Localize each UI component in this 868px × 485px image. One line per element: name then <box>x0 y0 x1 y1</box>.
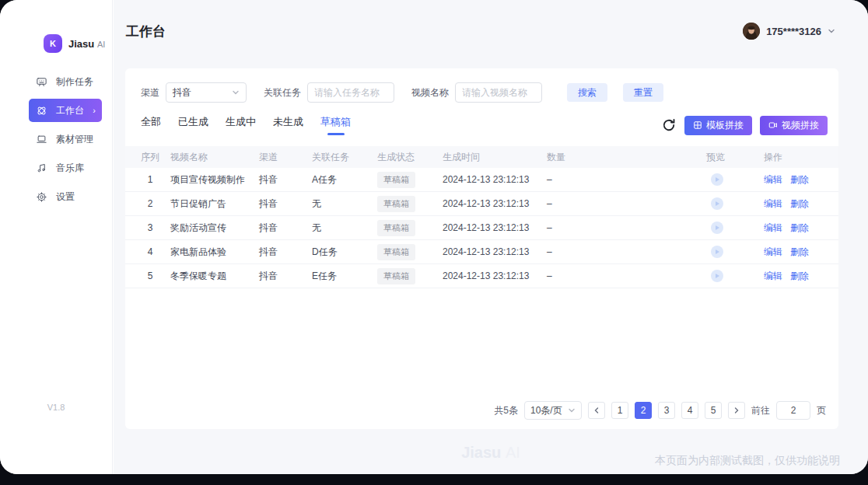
main-area: 工作台 175****3126 渠道 抖音 关联任务 视频名称 <box>114 0 868 474</box>
sidebar-item-label: 工作台 <box>56 104 84 117</box>
preview-play-button[interactable] <box>711 222 723 234</box>
delete-link[interactable]: 删除 <box>790 198 809 209</box>
page-button-5[interactable]: 5 <box>705 402 722 419</box>
sidebar-item-material-management[interactable]: 素材管理 <box>29 127 102 151</box>
tab-not-generated[interactable]: 未生成 <box>273 115 303 135</box>
cell-channel: 抖音 <box>259 197 309 211</box>
cell-task: E任务 <box>312 270 374 283</box>
table-row: 4 家电新品体验 抖音 D任务 草稿箱 2024-12-13 23:12:13 … <box>125 240 838 264</box>
edit-link[interactable]: 编辑 <box>764 174 782 185</box>
laptop-icon <box>36 134 47 145</box>
edit-link[interactable]: 编辑 <box>764 246 782 257</box>
tab-generating[interactable]: 生成中 <box>226 115 256 135</box>
chevron-down-icon <box>828 27 835 35</box>
cell-seq: 1 <box>133 174 167 185</box>
filter-bar: 渠道 抖音 关联任务 视频名称 搜索 重置 <box>125 68 838 103</box>
video-table: 序列 视频名称 渠道 关联任务 生成状态 生成时间 数量 预览 操作 1 项目宣… <box>125 146 838 288</box>
sidebar: K Jiasu AI 制作任务 工作台 › 素材管理 音乐库 <box>0 0 113 474</box>
page-button-2[interactable]: 2 <box>635 402 652 419</box>
cell-seq: 5 <box>133 270 167 281</box>
cell-task: 无 <box>312 197 374 211</box>
search-button[interactable]: 搜索 <box>567 83 607 102</box>
tab-drafts[interactable]: 草稿箱 <box>320 115 351 135</box>
video-name-label: 视频名称 <box>411 86 449 99</box>
cell-name: 家电新品体验 <box>170 246 256 259</box>
preview-play-button[interactable] <box>711 197 723 210</box>
template-grid-icon <box>693 120 702 130</box>
col-task: 关联任务 <box>312 151 374 164</box>
col-channel: 渠道 <box>259 151 309 164</box>
sidebar-item-label: 素材管理 <box>56 133 93 146</box>
page-button-1[interactable]: 1 <box>611 402 628 419</box>
watermark-light: AI <box>506 444 520 461</box>
edit-link[interactable]: 编辑 <box>764 222 782 233</box>
brand-name-light: AI <box>97 40 105 49</box>
sidebar-item-workbench[interactable]: 工作台 › <box>29 99 102 122</box>
cell-channel: 抖音 <box>259 173 309 187</box>
sidebar-menu: 制作任务 工作台 › 素材管理 音乐库 设置 <box>0 70 112 208</box>
brand-name-bold: Jiasu <box>68 38 94 50</box>
cell-count: – <box>547 174 703 185</box>
tab-generated[interactable]: 已生成 <box>178 115 208 135</box>
delete-link[interactable]: 删除 <box>790 270 809 281</box>
delete-link[interactable]: 删除 <box>790 174 809 185</box>
table-header-row: 序列 视频名称 渠道 关联任务 生成状态 生成时间 数量 预览 操作 <box>125 146 838 168</box>
edit-link[interactable]: 编辑 <box>764 198 782 209</box>
cell-time: 2024-12-13 23:12:13 <box>443 270 544 281</box>
template-splice-button[interactable]: 模板拼接 <box>684 116 752 135</box>
delete-link[interactable]: 删除 <box>790 222 809 233</box>
preview-play-button[interactable] <box>711 173 723 186</box>
table-row: 3 奖励活动宣传 抖音 无 草稿箱 2024-12-13 23:12:13 – … <box>125 216 838 240</box>
content-card: 渠道 抖音 关联任务 视频名称 搜索 重置 全部 已生成 生成中 未生成 草稿箱 <box>125 68 838 429</box>
sidebar-item-music-library[interactable]: 音乐库 <box>29 156 102 180</box>
video-name-input[interactable] <box>455 82 542 103</box>
edit-link[interactable]: 编辑 <box>764 270 782 281</box>
col-time: 生成时间 <box>443 151 544 164</box>
sidebar-item-production-tasks[interactable]: 制作任务 <box>29 70 102 93</box>
refresh-icon[interactable] <box>661 117 677 133</box>
next-page-button[interactable] <box>728 402 745 419</box>
table-row: 1 项目宣传视频制作 抖音 A任务 草稿箱 2024-12-13 23:12:1… <box>125 168 838 192</box>
sidebar-item-settings[interactable]: 设置 <box>29 185 102 208</box>
cell-seq: 4 <box>133 246 167 257</box>
page-size-select[interactable]: 10条/页 <box>524 401 582 420</box>
cell-task: A任务 <box>312 173 374 187</box>
col-count: 数量 <box>547 151 703 164</box>
channel-label: 渠道 <box>141 86 159 99</box>
page-button-3[interactable]: 3 <box>658 402 675 419</box>
preview-play-button[interactable] <box>711 246 723 258</box>
gear-icon <box>36 191 47 203</box>
prev-page-button[interactable] <box>588 402 605 419</box>
sidebar-item-label: 音乐库 <box>56 162 84 175</box>
page-button-4[interactable]: 4 <box>681 402 698 419</box>
brand-watermark: Jiasu AI <box>461 444 520 462</box>
cell-time: 2024-12-13 23:12:13 <box>443 174 544 185</box>
preview-play-button[interactable] <box>711 270 723 282</box>
goto-page-input[interactable] <box>776 401 810 420</box>
channel-select-value: 抖音 <box>173 86 191 99</box>
status-badge: 草稿箱 <box>377 172 415 188</box>
channel-select[interactable]: 抖音 <box>166 82 247 103</box>
template-splice-label: 模板拼接 <box>706 119 744 132</box>
reset-button[interactable]: 重置 <box>623 83 663 102</box>
chevron-down-icon <box>232 89 240 96</box>
user-menu[interactable]: 175****3126 <box>743 23 835 40</box>
footnote-text: 本页面为内部测试截图，仅供功能说明 <box>655 454 840 468</box>
cell-time: 2024-12-13 23:12:13 <box>443 246 544 257</box>
col-name: 视频名称 <box>170 151 256 164</box>
chevron-right-icon: › <box>93 106 96 115</box>
cell-task: 无 <box>312 222 374 235</box>
total-count: 共5条 <box>494 404 518 417</box>
tab-all[interactable]: 全部 <box>141 115 161 135</box>
app-window: K Jiasu AI 制作任务 工作台 › 素材管理 音乐库 <box>0 0 868 474</box>
chevron-down-icon <box>568 406 576 414</box>
cell-task: D任务 <box>312 246 374 259</box>
video-splice-button[interactable]: 视频拼接 <box>760 116 828 135</box>
cell-channel: 抖音 <box>259 246 309 259</box>
page-title: 工作台 <box>126 23 166 40</box>
task-name-input[interactable] <box>307 82 394 103</box>
cell-channel: 抖音 <box>259 222 309 235</box>
music-icon <box>36 162 47 174</box>
delete-link[interactable]: 删除 <box>790 246 809 257</box>
col-seq: 序列 <box>133 151 167 164</box>
